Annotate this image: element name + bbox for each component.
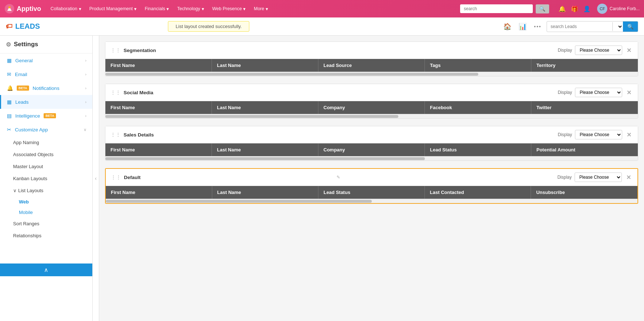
nav-product-management[interactable]: Product Management ▾ (86, 4, 141, 14)
scroll-thumb-segmentation (105, 73, 478, 76)
sidebar-item-label-email: Email (15, 72, 27, 77)
sidebar-item-associated-objects[interactable]: Associated Objects (0, 148, 92, 160)
sidebar: ⚙ Settings ▦ General › ✉ Email › 🔔 BETA … (0, 36, 93, 321)
user-name: Caroline Forb... (609, 6, 640, 11)
user-menu[interactable]: CF Caroline Forb... (597, 4, 640, 14)
settings-gear-icon: ⚙ (6, 41, 11, 48)
scroll-thumb-social-media (105, 115, 398, 118)
close-button-segmentation[interactable]: ✕ (625, 47, 633, 54)
search-leads-input[interactable] (547, 22, 612, 31)
section-title-default: Default (124, 175, 334, 180)
th-sales-0: First Name (105, 143, 212, 156)
display-label-segmentation: Display (558, 48, 572, 53)
close-button-social-media[interactable]: ✕ (625, 89, 633, 96)
sidebar-item-notifications[interactable]: 🔔 BETA Notifications › (0, 81, 92, 95)
general-arrow-icon: › (85, 58, 86, 63)
sidebar-item-master-layout[interactable]: Master Layout (0, 160, 92, 173)
success-banner: List layout created successfully. (168, 21, 249, 32)
th-sales-3: Lead Status (425, 143, 531, 156)
notifications-arrow-icon: › (85, 86, 86, 90)
th-social-0: First Name (105, 101, 212, 114)
sidebar-item-email[interactable]: ✉ Email › (0, 67, 92, 81)
sub-header-right: 🏠 📊 ••• 🔍 (501, 21, 638, 32)
th-segmentation-3: Tags (425, 59, 531, 72)
th-default-2: Lead Status (318, 186, 425, 199)
leads-sidebar-icon: ▦ (7, 99, 12, 105)
sidebar-item-intelligence[interactable]: ▤ Intelligence BETA › (0, 109, 92, 123)
nav-collaboration[interactable]: Collaboration ▾ (47, 4, 85, 14)
sidebar-item-relationships[interactable]: Relationships (0, 230, 92, 242)
chart-button[interactable]: 📊 (516, 21, 529, 32)
general-icon: ▦ (7, 58, 12, 63)
section-default: ⋮⋮ Default ✎ Display Please Choose ✕ Fir… (105, 168, 638, 204)
sidebar-item-label-general: General (15, 58, 33, 63)
table-header-sales-details: First Name Last Name Company Lead Status… (105, 143, 638, 156)
intelligence-arrow-icon: › (85, 114, 86, 118)
section-title-segmentation: Segmentation (124, 48, 555, 53)
sidebar-item-customize[interactable]: ✂ Customize App ∨ (0, 123, 92, 136)
sidebar-item-sort-ranges[interactable]: Sort Ranges (0, 218, 92, 230)
nav-icon-area: 🔔 🎁 👤 (558, 5, 591, 13)
gift-icon[interactable]: 🎁 (570, 5, 579, 13)
global-search-button[interactable]: 🔍 (536, 4, 549, 13)
scrollbar-social-media[interactable] (105, 114, 638, 118)
th-default-4: Unsubscribe (531, 186, 637, 199)
profile-icon[interactable]: 👤 (583, 5, 591, 13)
notifications-beta-badge: BETA (17, 86, 29, 91)
scroll-up-button[interactable]: ∧ (0, 263, 92, 276)
table-header-default: First Name Last Name Lead Status Last Co… (106, 186, 637, 199)
section-header-default: ⋮⋮ Default ✎ Display Please Choose ✕ (106, 169, 637, 186)
scrollbar-sales-details[interactable] (105, 156, 638, 160)
th-default-1: Last Name (212, 186, 319, 199)
display-select-sales-details[interactable]: Please Choose (575, 130, 622, 139)
th-sales-2: Company (318, 143, 425, 156)
edit-icon-default[interactable]: ✎ (337, 175, 340, 180)
module-name: LEADS (15, 22, 40, 31)
search-leads-filter[interactable] (612, 22, 623, 31)
table-header-social-media: First Name Last Name Company Facebook Tw… (105, 101, 638, 114)
section-header-segmentation: ⋮⋮ Segmentation Display Please Choose ✕ (105, 42, 638, 59)
nav-menu: Collaboration ▾ Product Management ▾ Fin… (47, 4, 454, 14)
list-layouts-label: List Layouts (18, 188, 43, 193)
scroll-thumb-sales-details (105, 157, 425, 160)
th-sales-1: Last Name (212, 143, 318, 156)
sidebar-item-app-naming[interactable]: App Naming (0, 136, 92, 148)
section-title-social-media: Social Media (124, 90, 555, 95)
sidebar-item-general[interactable]: ▦ General › (0, 54, 92, 67)
display-select-default[interactable]: Please Choose (575, 173, 622, 182)
intelligence-beta-badge: BETA (44, 113, 56, 118)
sidebar-item-web[interactable]: Web (0, 197, 92, 207)
sidebar-settings-header: ⚙ Settings (0, 36, 92, 54)
global-search-input[interactable] (460, 4, 533, 13)
nav-more[interactable]: More ▾ (250, 4, 271, 14)
logo-icon (4, 4, 15, 14)
nav-financials[interactable]: Financials ▾ (141, 4, 173, 14)
scrollbar-default[interactable] (106, 199, 637, 203)
close-button-sales-details[interactable]: ✕ (625, 131, 633, 138)
more-options-button[interactable]: ••• (532, 22, 544, 31)
home-button[interactable]: 🏠 (501, 21, 514, 32)
display-select-segmentation[interactable]: Please Choose (575, 45, 622, 55)
sidebar-collapse-handle[interactable]: ‹ (93, 36, 99, 321)
display-select-social-media[interactable]: Please Choose (575, 88, 622, 97)
customize-arrow-icon: ∨ (84, 127, 86, 132)
sidebar-item-label-leads: Leads (15, 99, 29, 105)
display-label-sales-details: Display (558, 132, 572, 137)
table-header-segmentation: First Name Last Name Lead Source Tags Te… (105, 59, 638, 72)
notifications-icon[interactable]: 🔔 (558, 5, 567, 13)
scrollbar-segmentation[interactable] (105, 72, 638, 76)
sidebar-item-kanban-layouts[interactable]: Kanban Layouts (0, 173, 92, 185)
th-default-0: First Name (106, 186, 212, 199)
app-logo[interactable]: Apptivo (4, 4, 41, 14)
nav-technology[interactable]: Technology ▾ (173, 4, 208, 14)
search-leads-button[interactable]: 🔍 (623, 21, 638, 32)
sub-header: 🏷 LEADS List layout created successfully… (0, 17, 644, 36)
close-button-default[interactable]: ✕ (625, 174, 632, 181)
th-social-4: Twitter (531, 101, 638, 114)
sidebar-item-mobile[interactable]: Mobile (0, 207, 92, 218)
top-navigation: Apptivo Collaboration ▾ Product Manageme… (0, 0, 644, 17)
nav-web-presence[interactable]: Web Presence ▾ (209, 4, 250, 14)
svg-point-1 (8, 6, 11, 8)
list-layouts-toggle[interactable]: ∨ List Layouts (0, 185, 92, 197)
sidebar-item-leads[interactable]: ▦ Leads › (0, 95, 92, 109)
